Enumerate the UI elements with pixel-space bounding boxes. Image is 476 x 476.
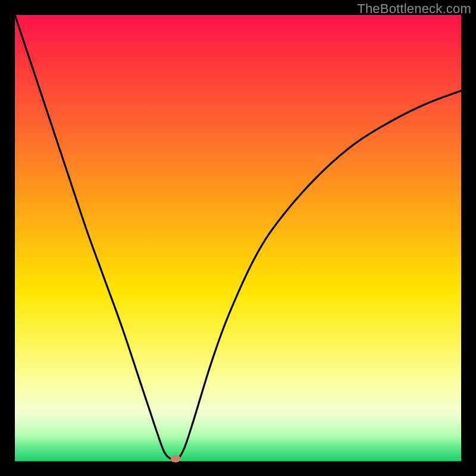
chart-frame: TheBottleneck.com [0,0,476,476]
bottleneck-curve [15,15,461,461]
optimum-marker [171,455,180,462]
plot-area [15,15,461,461]
